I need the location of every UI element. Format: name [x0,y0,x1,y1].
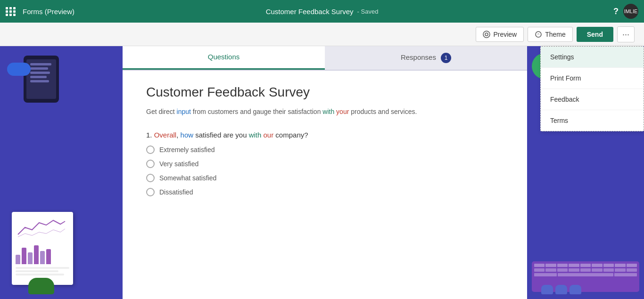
preview-button[interactable]: Preview [476,27,524,42]
paper-lines [16,267,69,275]
terms-item[interactable]: Terms [541,110,644,131]
keyboard-row-3 [534,273,637,276]
radio-dissatisfied[interactable] [146,188,155,196]
option-dissatisfied[interactable]: Dissatisfied [146,188,504,196]
document-title: Customer Feedback Survey [266,8,354,16]
radio-somewhat-satisfied[interactable] [146,174,155,182]
more-dots: ··· [622,30,629,39]
label-very-satisfied: Very satisfied [159,160,198,168]
send-button[interactable]: Send [577,27,613,42]
tablet-illustration [24,56,59,103]
svg-point-0 [483,31,490,38]
saved-indicator: - Saved [357,8,379,15]
settings-item[interactable]: Settings [541,47,644,68]
theme-label: Theme [545,31,566,38]
document-title-area: Customer Feedback Survey - Saved [266,8,379,16]
action-bar: Preview Theme Send ··· Settings Print Fo… [0,23,644,46]
tablet-body [24,56,59,103]
dropdown-menu: Settings Print Form Feedback Terms [540,46,644,131]
desc-your-highlight: your [336,108,349,115]
form-panel: Questions Responses 1 Customer Feedback … [123,46,527,299]
tabs: Questions Responses 1 [123,46,527,71]
tab-responses[interactable]: Responses 1 [325,46,527,70]
hands-on-keyboard [541,285,581,294]
label-somewhat-satisfied: Somewhat satisfied [159,174,216,182]
option-very-satisfied[interactable]: Very satisfied [146,160,504,168]
top-bar: Forms (Preview) Customer Feedback Survey… [0,0,644,23]
q1-how-highlight: how [181,131,194,139]
send-label: Send [587,31,603,38]
tablet-content [26,59,56,88]
preview-icon [483,31,490,38]
print-form-item[interactable]: Print Form [541,68,644,89]
q1-our-highlight: our [264,131,274,139]
radio-very-satisfied[interactable] [146,160,155,168]
keyboard-row-2 [534,268,637,272]
feedback-item[interactable]: Feedback [541,89,644,110]
option-extremely-satisfied[interactable]: Extremely satisfied [146,145,504,154]
tablet-screen [26,59,56,99]
theme-button[interactable]: Theme [528,27,573,42]
responses-tab-label: Responses [401,53,436,61]
label-dissatisfied: Dissatisfied [159,188,193,196]
questions-tab-label: Questions [208,53,240,61]
top-bar-left: Forms (Preview) [6,7,74,16]
keyboard-row-1 [534,264,637,267]
line-chart [16,216,67,239]
more-options-button[interactable]: ··· [617,26,635,42]
question-1-block: 1. Overall, how satisfied are you with o… [146,131,504,196]
form-content: Customer Feedback Survey Get direct inpu… [123,71,527,220]
svg-point-1 [485,33,488,36]
grid-icon[interactable] [6,7,16,16]
help-icon[interactable]: ? [613,7,619,16]
question-1-text: 1. Overall, how satisfied are you with o… [146,131,504,139]
tab-questions[interactable]: Questions [123,46,325,70]
label-extremely-satisfied: Extremely satisfied [159,146,215,154]
avatar[interactable]: IMLIE [623,4,638,19]
hand [28,278,54,294]
radio-extremely-satisfied[interactable] [146,145,155,154]
q1-with-highlight: with [249,131,262,139]
preview-label: Preview [493,31,517,38]
chart-paper [12,212,73,285]
app-title: Forms (Preview) [23,8,74,16]
keyboard [532,261,639,292]
left-illustration [0,46,123,299]
theme-icon [535,31,542,38]
q1-overall-highlight: Overall [154,131,177,139]
responses-count-badge: 1 [441,53,451,63]
q1-number: 1. [146,131,154,139]
bar-chart [16,243,69,264]
form-description: Get direct input from customers and gaug… [146,106,504,117]
desc-with-highlight: with [322,108,334,115]
form-title: Customer Feedback Survey [146,85,504,100]
top-bar-right: ? IMLIE [613,4,638,19]
arm-sleeve [7,63,31,76]
option-somewhat-satisfied[interactable]: Somewhat satisfied [146,174,504,182]
desc-input-highlight: input [177,108,191,115]
